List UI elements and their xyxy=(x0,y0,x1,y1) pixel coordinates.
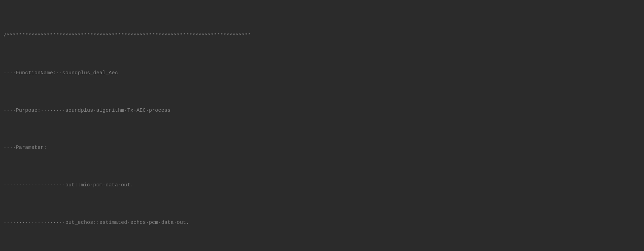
code-editor: /***************************************… xyxy=(0,0,644,251)
code-line-1: /***************************************… xyxy=(3,32,644,40)
code-line-2: ····FunctionName:··soundplus_deal_Aec xyxy=(3,69,644,77)
code-line-4: ····Parameter: xyxy=(3,144,644,152)
code-line-3: ····Purpose:········soundplus·algorithm·… xyxy=(3,107,644,114)
code-line-5: ····················out::mic·pcm·data·ou… xyxy=(3,182,644,189)
code-line-6: ····················out_echos::estimated… xyxy=(3,219,644,227)
